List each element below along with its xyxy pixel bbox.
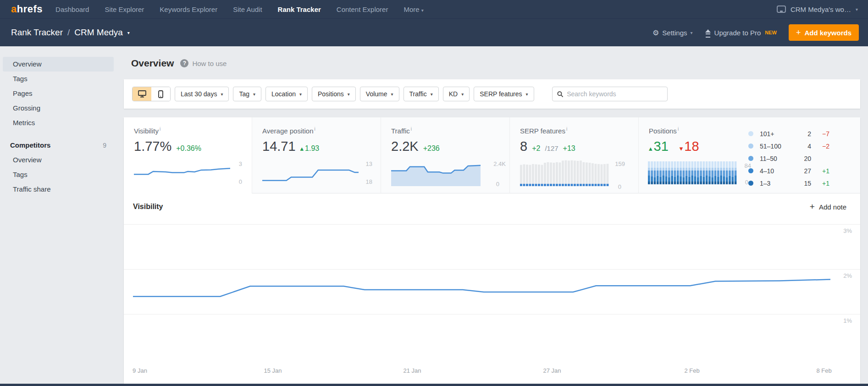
mobile-toggle[interactable] bbox=[151, 87, 170, 101]
workspace-icon bbox=[777, 6, 786, 13]
breadcrumb-project[interactable]: CRM Medya bbox=[74, 28, 123, 38]
avg-position-delta: ▴1.93 bbox=[300, 144, 320, 153]
top-nav: ahrefs Dashboard Site Explorer Keywords … bbox=[0, 0, 868, 18]
chevron-down-icon: ▾ bbox=[691, 30, 693, 35]
x-axis-label: 21 Jan bbox=[403, 367, 421, 374]
add-keywords-button[interactable]: + Add keywords bbox=[789, 24, 859, 41]
new-badge: NEW bbox=[765, 30, 777, 35]
help-icon: ? bbox=[180, 59, 188, 67]
sub-header: Rank Tracker / CRM Medya ▾ ⚙ Settings ▾ … bbox=[0, 18, 868, 46]
sidebar-item-competitors-overview[interactable]: Overview bbox=[3, 153, 114, 167]
page-header: Overview ? How to use bbox=[131, 58, 227, 69]
sidebar-item-overview[interactable]: Overview bbox=[3, 57, 114, 72]
sidebar-item-competitors-tags[interactable]: Tags bbox=[3, 167, 114, 182]
chevron-down-icon: ▾ bbox=[253, 92, 255, 97]
nav-keywords-explorer[interactable]: Keywords Explorer bbox=[160, 6, 217, 13]
legend-row-11-50: 11–50 20 bbox=[748, 152, 854, 165]
positions-down: ▾18 bbox=[673, 139, 699, 154]
overview-panel: Visibilityi 1.77%+0.36% 3 0 Average posi… bbox=[124, 117, 860, 384]
serp-value: 8 bbox=[520, 139, 527, 154]
visibility-chart-section: Visibility + Add note 3% 2% 1% 9 Jan 15 … bbox=[124, 193, 860, 384]
avg-position-label: Average positioni bbox=[262, 127, 381, 135]
search-input[interactable] bbox=[567, 90, 662, 98]
tab-positions[interactable]: Positionsi ▴31 ▾18 84 0 101+ 2 −7 bbox=[638, 117, 860, 193]
location-filter[interactable]: Location▾ bbox=[265, 87, 308, 101]
sidebar-competitors-header: Competitors 9 bbox=[0, 138, 116, 153]
triangle-down-icon: ▾ bbox=[680, 144, 683, 152]
gear-icon: ⚙ bbox=[652, 28, 659, 37]
traffic-value: 2.2K bbox=[391, 139, 419, 154]
chevron-down-icon: ▾ bbox=[526, 92, 528, 97]
chevron-down-icon[interactable]: ▾ bbox=[127, 30, 130, 35]
plus-icon: + bbox=[796, 28, 801, 38]
x-axis-label: 27 Jan bbox=[543, 367, 561, 374]
serp-features-label: SERP featuresi bbox=[520, 127, 638, 135]
ahrefs-logo[interactable]: ahrefs bbox=[11, 3, 43, 15]
tab-average-position[interactable]: Average positioni 14.71▴1.93 13 18 bbox=[252, 117, 381, 193]
competitors-count: 9 bbox=[103, 138, 106, 153]
legend-row-51-100: 51–100 4 −2 bbox=[748, 140, 854, 152]
chevron-down-icon: ▾ bbox=[856, 7, 858, 12]
page-title: Overview bbox=[131, 58, 174, 69]
tab-traffic[interactable]: Traffici 2.2K+236 2.4K 0 bbox=[381, 117, 509, 193]
how-to-use-link[interactable]: ? How to use bbox=[180, 59, 227, 67]
nav-site-audit[interactable]: Site Audit bbox=[233, 6, 262, 13]
workspace-name: CRM Medya's wo… bbox=[791, 6, 851, 13]
kd-filter[interactable]: KD▾ bbox=[443, 87, 470, 101]
volume-filter[interactable]: Volume▾ bbox=[360, 87, 399, 101]
info-icon: i bbox=[678, 127, 679, 132]
triangle-up-icon: ▴ bbox=[649, 144, 652, 152]
sidebar-item-pages[interactable]: Pages bbox=[3, 86, 114, 101]
keyword-search bbox=[552, 87, 668, 101]
tab-serp-features[interactable]: SERP featuresi 8+2/127+13 159 0 bbox=[509, 117, 638, 193]
chevron-down-icon: ▾ bbox=[431, 92, 433, 97]
nav-dashboard[interactable]: Dashboard bbox=[55, 6, 89, 13]
nav-rank-tracker[interactable]: Rank Tracker bbox=[278, 6, 321, 13]
search-icon bbox=[557, 91, 564, 98]
serp-features-filter[interactable]: SERP features▾ bbox=[474, 87, 534, 101]
desktop-icon bbox=[138, 90, 146, 98]
traffic-label: Traffici bbox=[391, 127, 509, 135]
chevron-down-icon: ▾ bbox=[299, 92, 302, 97]
date-range-dropdown[interactable]: Last 30 days▾ bbox=[175, 87, 229, 101]
chevron-down-icon: ▾ bbox=[421, 8, 424, 13]
legend-dot bbox=[748, 181, 753, 186]
sidebar-item-traffic-share[interactable]: Traffic share bbox=[3, 182, 114, 197]
sub-header-actions: ⚙ Settings ▾ Upgrade to Pro NEW + Add ke… bbox=[652, 24, 859, 41]
traffic-delta: +236 bbox=[423, 144, 440, 153]
breadcrumb-separator: / bbox=[67, 28, 70, 38]
avg-position-sparkline: 13 18 bbox=[262, 160, 359, 183]
visibility-delta: +0.36% bbox=[176, 144, 201, 153]
legend-dot bbox=[748, 168, 753, 173]
rank-tracker-overview-screen: ahrefs Dashboard Site Explorer Keywords … bbox=[0, 0, 868, 386]
serp-total-delta: +13 bbox=[563, 144, 575, 153]
tab-visibility[interactable]: Visibilityi 1.77%+0.36% 3 0 bbox=[124, 117, 252, 193]
chevron-down-icon: ▾ bbox=[221, 92, 223, 97]
positions-stacked-bars: 84 0 bbox=[648, 161, 737, 184]
sidebar: Overview Tags Pages Grossing Metrics Com… bbox=[0, 46, 116, 386]
footer-strip bbox=[0, 384, 868, 386]
avg-position-value: 14.71 bbox=[262, 139, 296, 154]
nav-more[interactable]: More ▾ bbox=[404, 6, 423, 13]
sidebar-item-tags[interactable]: Tags bbox=[3, 72, 114, 86]
metric-tabs: Visibilityi 1.77%+0.36% 3 0 Average posi… bbox=[124, 117, 860, 193]
sidebar-item-metrics[interactable]: Metrics bbox=[3, 116, 114, 130]
settings-menu[interactable]: ⚙ Settings ▾ bbox=[652, 28, 693, 37]
upgrade-link[interactable]: Upgrade to Pro NEW bbox=[705, 29, 777, 37]
desktop-toggle[interactable] bbox=[133, 87, 151, 101]
info-icon: i bbox=[314, 127, 315, 132]
visibility-line-chart bbox=[124, 193, 860, 384]
nav-content-explorer[interactable]: Content Explorer bbox=[337, 6, 388, 13]
positions-filter[interactable]: Positions▾ bbox=[312, 87, 356, 101]
breadcrumb-app[interactable]: Rank Tracker bbox=[11, 28, 63, 38]
nav-site-explorer[interactable]: Site Explorer bbox=[105, 6, 144, 13]
traffic-filter[interactable]: Traffic▾ bbox=[404, 87, 439, 101]
tag-filter[interactable]: Tag▾ bbox=[233, 87, 261, 101]
serp-total: /127 bbox=[545, 144, 558, 152]
x-axis-label: 15 Jan bbox=[264, 367, 282, 374]
sidebar-item-grossing[interactable]: Grossing bbox=[3, 101, 114, 116]
mobile-icon bbox=[158, 90, 163, 98]
visibility-label: Visibilityi bbox=[134, 127, 252, 135]
workspace-switcher[interactable]: CRM Medya's wo… ▾ bbox=[777, 6, 858, 13]
visibility-value: 1.77% bbox=[134, 139, 171, 154]
